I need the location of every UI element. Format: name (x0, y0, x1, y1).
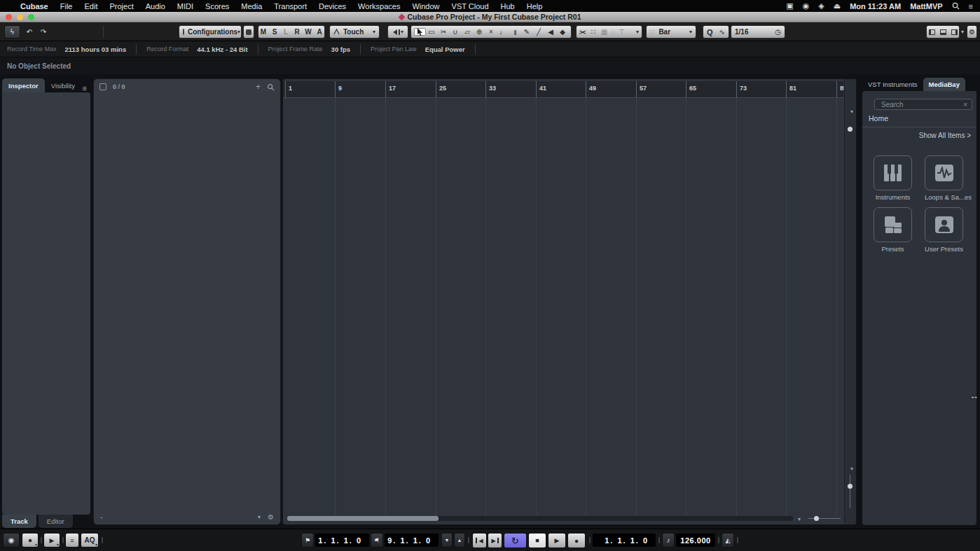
tab-inspector[interactable]: Inspector (2, 78, 45, 92)
punch-in-button[interactable]: ▼ (441, 533, 453, 547)
track-settings-gear-icon[interactable]: ⚙ (268, 513, 274, 521)
right-locator-display[interactable]: 9. 1. 1. 0 (385, 533, 439, 547)
menu-transport[interactable]: Transport (274, 2, 307, 11)
setup-toolbar-button[interactable]: ⚙ (967, 25, 977, 39)
menu-scores[interactable]: Scores (205, 2, 229, 11)
spotlight-search-icon[interactable] (952, 2, 960, 10)
mute-tool[interactable]: × (485, 28, 497, 36)
vertical-zoom-slider-thumb[interactable] (848, 484, 853, 489)
tile-presets[interactable]: Presets (874, 207, 912, 253)
tab-track[interactable]: Track (2, 515, 36, 528)
creative-cloud-icon[interactable]: ◉ (803, 1, 810, 11)
notification-center-icon[interactable]: ≡ (969, 2, 973, 11)
vertical-zoom-slider[interactable] (850, 475, 850, 508)
snap-onoff-button[interactable]: >< (579, 29, 586, 36)
add-track-button[interactable]: + (256, 82, 261, 92)
write-automation-button[interactable]: W (303, 28, 314, 36)
tab-vst-instruments[interactable]: VST Instruments (862, 78, 923, 91)
mute-all-button[interactable]: M (258, 28, 269, 36)
stop-button[interactable]: ■ (528, 533, 546, 548)
quantize-preset-dropdown[interactable]: 1/16 ◷ (731, 25, 785, 39)
left-locator-display[interactable]: 1. 1. 1. 0 (315, 533, 369, 547)
tile-instruments[interactable]: Instruments (874, 155, 912, 201)
playback-mode-button[interactable]: ▶▾ (43, 533, 60, 547)
iterative-quantize-icon[interactable]: ∿ (719, 28, 725, 36)
clear-search-icon[interactable]: × (963, 101, 967, 109)
time-signature-button[interactable]: ◭ (722, 533, 734, 547)
horizontal-zoom-slider[interactable] (808, 518, 841, 519)
record-format-field[interactable]: Record Format 44.1 kHz - 24 Bit (137, 44, 258, 55)
menu-media[interactable]: Media (241, 2, 262, 11)
menu-vst-cloud[interactable]: VST Cloud (452, 2, 489, 11)
primary-time-display[interactable]: 1. 1. 1. 0 (593, 533, 656, 547)
tempo-display[interactable]: 126.000 (676, 533, 715, 547)
listen-button[interactable]: L (280, 28, 291, 36)
play-button[interactable]: ▶ (548, 533, 566, 548)
goto-start-button[interactable]: ◀ (472, 533, 487, 548)
redo-button[interactable]: ↷ (36, 25, 50, 39)
glue-tool[interactable]: ∪ (450, 28, 462, 36)
quantize-button[interactable]: Q (707, 28, 713, 36)
configurations-dropdown[interactable]: Configurations ▾ (179, 25, 242, 39)
steinberg-hub-button[interactable]: ϟ (4, 25, 20, 39)
menu-file[interactable]: File (60, 2, 73, 11)
shrink-tracks-button[interactable]: - (100, 512, 103, 521)
tab-mediabay[interactable]: MediaBay (923, 78, 965, 91)
record-button[interactable]: ● (567, 533, 586, 548)
grid-type-dropdown[interactable]: ∷ Bar ▾ (646, 25, 696, 39)
horizontal-scrollbar[interactable] (287, 516, 793, 521)
mediabay-search-input[interactable] (875, 101, 963, 109)
color-tool[interactable]: ◆ (557, 28, 569, 36)
tab-editor[interactable]: Editor (39, 515, 73, 528)
split-tool[interactable]: ✂ (438, 28, 450, 36)
horizontal-zoom-caret[interactable]: ▾ (798, 516, 801, 522)
menu-devices[interactable]: Devices (319, 2, 346, 11)
project-frame-rate-field[interactable]: Project Frame Rate 30 fps (258, 44, 361, 55)
menu-cubase[interactable]: Cubase (20, 2, 48, 11)
quantize-panel-icon[interactable]: ◷ (775, 28, 781, 36)
line-tool[interactable]: ╱ (533, 28, 545, 36)
eject-icon[interactable]: ⏏ (834, 1, 841, 11)
undo-button[interactable]: ↶ (22, 25, 36, 39)
punch-points-button[interactable]: ≡ (65, 533, 79, 547)
draw-tool[interactable]: ✎ (521, 28, 533, 36)
shield-icon[interactable]: ◈ (818, 1, 824, 11)
autoscroll-group[interactable]: ▾ (387, 25, 408, 39)
lower-zone-button[interactable] (937, 29, 948, 35)
goto-right-locator-button[interactable]: ⚑ (371, 533, 383, 547)
project-pan-law-field[interactable]: Project Pan Law Equal Power (361, 44, 476, 55)
window-titlebar[interactable]: Cubase Pro Project - My First Cubase Pro… (0, 12, 980, 22)
mediabay-search-box[interactable]: × (874, 99, 972, 110)
menu-help[interactable]: Help (527, 2, 543, 11)
menubar-clock[interactable]: Mon 11:23 AM (850, 2, 901, 11)
menu-project[interactable]: Project (109, 2, 133, 11)
menu-window[interactable]: Window (412, 2, 439, 11)
menubar-user[interactable]: MattMVP (910, 2, 942, 11)
right-zone-button[interactable] (948, 29, 960, 35)
horizontal-zoom-slider-thumb[interactable] (814, 516, 819, 521)
tile-loops-samples[interactable]: Loops & Sa...es (925, 155, 963, 201)
cycle-button[interactable]: ↻ (504, 533, 527, 548)
solo-all-button[interactable]: S (269, 28, 280, 36)
track-search-icon[interactable] (267, 83, 275, 91)
punch-out-button[interactable]: ▲ (454, 533, 465, 547)
erase-tool[interactable]: ▱ (462, 28, 474, 36)
zones-dropdown[interactable]: ▾ (960, 25, 965, 39)
goto-end-button[interactable]: ▶ (488, 533, 502, 548)
horizontal-scrollbar-thumb[interactable] (287, 516, 439, 521)
inspector-menu-icon[interactable]: ≡ (83, 84, 87, 92)
menu-edit[interactable]: Edit (84, 2, 97, 11)
read-automation-button[interactable]: R (291, 28, 303, 36)
menu-workspaces[interactable]: Workspaces (358, 2, 400, 11)
vertical-zoom-preset-caret[interactable]: ▾ (850, 109, 853, 115)
metronome-button[interactable]: ◉ (3, 533, 20, 547)
vertical-zoom-thumb[interactable] (848, 127, 853, 132)
timeline-ruler[interactable]: 1 9 17 25 33 41 49 57 65 73 81 89 (283, 81, 843, 98)
workspace-button[interactable] (243, 25, 254, 39)
object-selection-tool[interactable] (414, 28, 426, 36)
goto-left-locator-button[interactable]: ⚑ (301, 533, 314, 547)
time-warp-tool[interactable]: ♩ (497, 28, 509, 36)
menu-hub[interactable]: Hub (501, 2, 515, 11)
snap-grid-icon[interactable]: ∷ (591, 28, 595, 36)
vertical-scrollbar[interactable]: ▾ ▾ (844, 79, 856, 524)
